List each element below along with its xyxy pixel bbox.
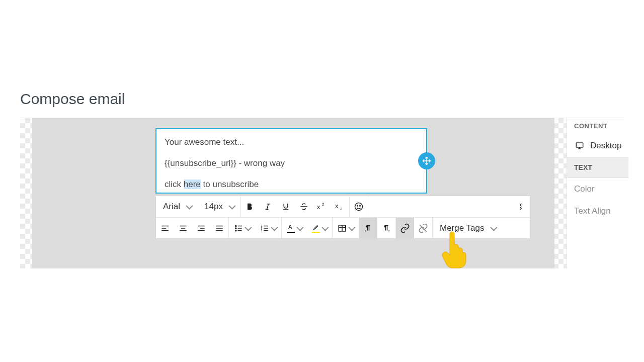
merge-tags-select[interactable]: Merge Tags bbox=[433, 218, 502, 238]
ltr-direction-button[interactable] bbox=[359, 218, 377, 238]
page-title: Compose email bbox=[20, 90, 624, 108]
rtl-icon bbox=[381, 224, 391, 233]
chevron-down-icon bbox=[490, 224, 497, 231]
svg-rect-41 bbox=[576, 143, 583, 147]
editable-text-block[interactable]: Your awesome text... {{unsubscribe_url}}… bbox=[155, 128, 427, 194]
email-body-area[interactable]: Your awesome text... {{unsubscribe_url}}… bbox=[32, 118, 554, 268]
font-color-icon: A bbox=[287, 224, 295, 231]
svg-text:2: 2 bbox=[322, 202, 324, 207]
subscript-button[interactable]: x2 bbox=[331, 196, 349, 217]
svg-text:x: x bbox=[335, 203, 339, 210]
italic-icon bbox=[263, 202, 272, 211]
email-canvas[interactable]: Your awesome text... {{unsubscribe_url}}… bbox=[20, 118, 567, 268]
font-family-label: Arial bbox=[163, 202, 180, 212]
panel-section-text[interactable]: TEXT bbox=[567, 157, 628, 178]
chevron-down-icon bbox=[348, 224, 355, 231]
emoji-icon bbox=[354, 202, 364, 212]
svg-text:2: 2 bbox=[340, 207, 342, 212]
desktop-label: Desktop bbox=[590, 141, 621, 151]
collapse-icon bbox=[517, 203, 525, 211]
align-center-button[interactable] bbox=[174, 218, 192, 238]
superscript-icon: x2 bbox=[317, 202, 327, 211]
align-left-button[interactable] bbox=[156, 218, 174, 238]
align-left-icon bbox=[160, 224, 170, 233]
device-preview-desktop[interactable]: Desktop bbox=[567, 135, 628, 157]
chevron-down-icon bbox=[228, 203, 235, 210]
svg-text:3: 3 bbox=[261, 229, 263, 232]
text-line-2[interactable]: {{unsubscribe_url}} - wrong way bbox=[165, 157, 418, 169]
align-justify-icon bbox=[215, 224, 224, 233]
panel-header-content: CONTENT bbox=[567, 118, 628, 135]
rich-text-toolbar: Arial 14px bbox=[155, 196, 530, 239]
bold-button[interactable] bbox=[240, 196, 259, 217]
properties-panel: CONTENT Desktop TEXT Color Text Align bbox=[567, 118, 628, 268]
editor-frame: Your awesome text... {{unsubscribe_url}}… bbox=[20, 118, 624, 268]
emoji-button[interactable] bbox=[350, 196, 368, 217]
unlink-icon bbox=[418, 223, 428, 233]
superscript-button[interactable]: x2 bbox=[313, 196, 331, 217]
strikethrough-button[interactable] bbox=[295, 196, 313, 217]
chevron-down-icon bbox=[271, 224, 278, 231]
chevron-down-icon bbox=[245, 224, 252, 231]
svg-point-24 bbox=[235, 225, 236, 226]
underline-button[interactable] bbox=[277, 196, 295, 217]
table-icon bbox=[338, 224, 347, 233]
align-right-button[interactable] bbox=[192, 218, 210, 238]
align-right-icon bbox=[197, 224, 206, 233]
align-center-icon bbox=[179, 224, 188, 233]
property-text-align[interactable]: Text Align bbox=[567, 200, 628, 222]
chevron-down-icon bbox=[296, 224, 303, 231]
svg-line-2 bbox=[267, 204, 268, 210]
move-icon bbox=[422, 156, 431, 165]
highlight-icon bbox=[312, 224, 320, 231]
property-color[interactable]: Color bbox=[567, 178, 628, 200]
table-button[interactable] bbox=[333, 218, 359, 238]
selected-text[interactable]: here bbox=[184, 179, 201, 189]
italic-button[interactable] bbox=[259, 196, 277, 217]
strikethrough-icon bbox=[299, 202, 308, 211]
font-size-select[interactable]: 14px bbox=[197, 196, 240, 217]
subscript-icon: x2 bbox=[335, 202, 345, 211]
chevron-down-icon bbox=[186, 203, 193, 210]
link-icon bbox=[400, 223, 410, 233]
svg-point-25 bbox=[235, 227, 236, 228]
font-color-button[interactable]: A bbox=[282, 218, 307, 238]
unordered-list-button[interactable] bbox=[229, 218, 255, 238]
merge-tags-label: Merge Tags bbox=[440, 223, 485, 233]
ordered-list-button[interactable]: 123 bbox=[255, 218, 281, 238]
collapse-toolbar-button[interactable] bbox=[512, 196, 530, 217]
rtl-direction-button[interactable] bbox=[377, 218, 395, 238]
desktop-icon bbox=[574, 141, 585, 150]
text-span: click bbox=[165, 179, 184, 189]
numbered-list-icon: 123 bbox=[260, 224, 269, 233]
svg-point-26 bbox=[235, 230, 236, 231]
align-justify-button[interactable] bbox=[210, 218, 228, 238]
text-line-3[interactable]: click here to unsubscribe bbox=[165, 178, 418, 191]
underline-icon bbox=[281, 202, 290, 211]
svg-text:x: x bbox=[317, 204, 320, 211]
svg-point-10 bbox=[357, 206, 358, 207]
chevron-down-icon bbox=[321, 224, 329, 231]
text-line-1[interactable]: Your awesome text... bbox=[165, 136, 418, 148]
bullet-list-icon bbox=[234, 224, 243, 233]
text-span: to unsubscribe bbox=[201, 179, 259, 189]
svg-point-9 bbox=[355, 203, 362, 211]
remove-link-button[interactable] bbox=[414, 218, 432, 238]
bold-icon bbox=[245, 202, 254, 211]
highlight-color-button[interactable] bbox=[307, 218, 332, 238]
svg-text:A: A bbox=[288, 224, 292, 231]
svg-point-11 bbox=[360, 206, 361, 207]
font-size-label: 14px bbox=[204, 202, 223, 212]
font-family-select[interactable]: Arial bbox=[156, 196, 197, 217]
ltr-icon bbox=[363, 224, 373, 233]
move-handle[interactable] bbox=[418, 152, 435, 169]
insert-link-button[interactable] bbox=[396, 218, 414, 238]
